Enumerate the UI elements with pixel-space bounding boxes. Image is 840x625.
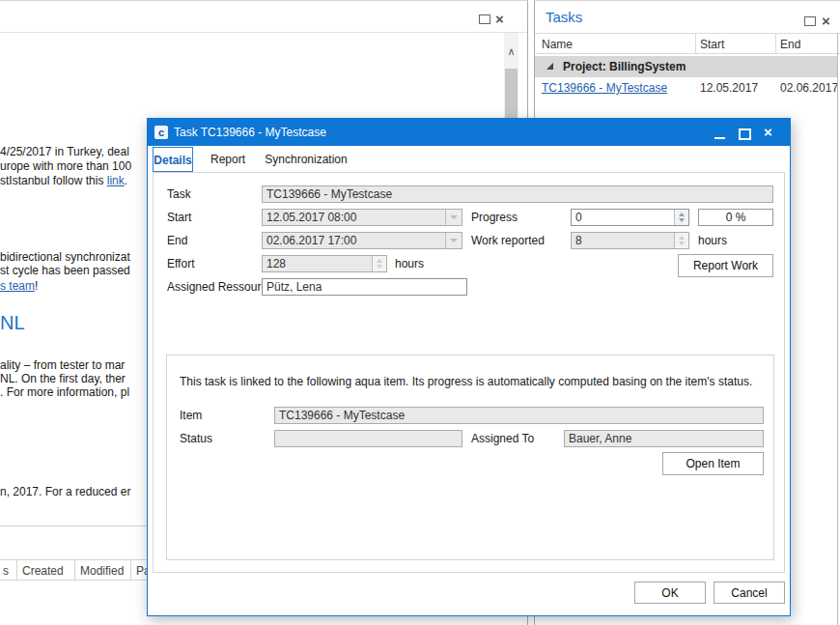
maximize-icon[interactable] [739, 128, 751, 140]
end-date-combo: 02.06.2017 17:00 [262, 232, 462, 249]
work-reported-spinner: 8 [571, 232, 689, 249]
document-text-line: n, 2017. For a reduced er [0, 485, 147, 498]
assigned-to-field: Bauer, Anne [564, 430, 764, 447]
column-header-start[interactable]: Start [700, 38, 724, 51]
tasks-maximize-icon[interactable] [804, 16, 816, 26]
column-header-created[interactable]: Created [22, 564, 64, 578]
minimize-icon[interactable] [714, 137, 725, 139]
screen: × ∧ 4/25/2017 in Turkey, deal urope with… [0, 0, 840, 625]
close-icon[interactable]: × [764, 124, 772, 140]
document-text-line: urope with more than 100 [0, 159, 147, 173]
app-icon: c [154, 126, 168, 139]
end-label: End [167, 234, 187, 247]
bg-maximize-icon[interactable] [479, 14, 490, 24]
ok-button[interactable]: OK [634, 582, 706, 604]
dialog-title: Task TC139666 - MyTestcase [174, 126, 326, 139]
group-row[interactable]: Project: BillingSystem [535, 56, 837, 77]
bg-close-icon[interactable]: × [495, 14, 504, 24]
start-date-value: 12.05.2017 08:00 [266, 211, 356, 224]
spinner-buttons [674, 233, 688, 248]
inline-link[interactable]: link [107, 174, 125, 187]
bg-window-titlebar: × [0, 1, 527, 33]
spinner-buttons[interactable] [674, 210, 688, 225]
linked-item-description: This task is linked to the following aqu… [180, 375, 752, 388]
effort-value: 128 [266, 257, 286, 270]
tasks-table-header: Name Start End [535, 33, 840, 54]
document-text-line: s team! [0, 279, 147, 293]
chevron-down-icon [445, 210, 462, 225]
end-date-value: 02.06.2017 17:00 [266, 234, 356, 247]
cancel-button[interactable]: Cancel [714, 582, 785, 604]
progress-spinner[interactable]: 0 [571, 209, 689, 226]
task-end-cell: 02.06.2017 [780, 81, 838, 95]
document-text-line: st cycle has been passed [0, 264, 147, 277]
section-heading: NL [0, 312, 147, 334]
work-reported-label: Work reported [471, 234, 545, 247]
column-separator [775, 34, 776, 53]
progress-label: Progress [471, 211, 518, 224]
assigned-ressource-label: Assigned Ressource [167, 280, 273, 294]
document-text-line: bidirectional synchronizat [0, 250, 147, 264]
effort-label: Effort [167, 257, 194, 270]
inline-link[interactable]: s team [0, 279, 35, 293]
dialog-titlebar[interactable]: c Task TC139666 - MyTestcase × [148, 119, 790, 146]
column-header-modified[interactable]: Modified [80, 564, 124, 578]
tab-synchronization[interactable]: Synchronization [260, 147, 352, 172]
report-work-button[interactable]: Report Work [678, 254, 773, 277]
task-name-link[interactable]: TC139666 - MyTestcase [542, 81, 667, 95]
work-reported-value: 8 [575, 234, 582, 247]
status-field [274, 430, 462, 447]
spinner-buttons [372, 256, 386, 271]
scroll-up-icon[interactable]: ∧ [504, 46, 518, 57]
panel-edge [837, 33, 838, 625]
progress-value: 0 [575, 211, 582, 224]
column-separator [130, 560, 131, 580]
task-dialog: c Task TC139666 - MyTestcase × Details R… [147, 118, 791, 616]
document-text-line: ality – from tester to mar [0, 358, 147, 372]
tasks-panel-title: Tasks [546, 9, 582, 25]
work-reported-unit-label: hours [698, 234, 727, 247]
column-header-end[interactable]: End [780, 38, 800, 51]
tab-report-work[interactable]: Report Work [198, 147, 258, 172]
effort-unit-label: hours [395, 257, 424, 270]
start-date-combo: 12.05.2017 08:00 [262, 209, 462, 226]
column-header[interactable]: s [3, 564, 9, 578]
task-field: TC139666 - MyTestcase [262, 185, 773, 203]
task-start-cell: 12.05.2017 [700, 81, 758, 95]
item-label: Item [180, 409, 202, 422]
assigned-to-label: Assigned To [471, 432, 534, 445]
column-header-name[interactable]: Name [542, 38, 573, 51]
start-label: Start [167, 211, 191, 224]
text-fragment: . [125, 174, 127, 187]
tab-details[interactable]: Details [153, 147, 193, 172]
chevron-down-icon [445, 233, 462, 248]
task-label: Task [167, 187, 191, 201]
progress-percent-indicator: 0 % [698, 209, 773, 226]
text-fragment: ! [35, 279, 38, 293]
column-separator [74, 560, 75, 580]
effort-spinner: 128 [262, 255, 387, 272]
group-row-label: Project: BillingSystem [563, 60, 686, 73]
column-separator [695, 34, 696, 53]
tasks-close-icon[interactable]: × [822, 16, 830, 26]
document-text-line: . For more information, pl [0, 385, 147, 399]
item-field: TC139666 - MyTestcase [274, 407, 764, 424]
document-text-line: NL. On the first day, ther [0, 372, 147, 385]
table-row: TC139666 - MyTestcase 12.05.2017 02.06.2… [535, 78, 837, 99]
open-item-button[interactable]: Open Item [662, 452, 764, 475]
group-expander-icon[interactable] [546, 63, 553, 70]
column-separator [16, 560, 17, 580]
text-fragment: stIstanbul follow this [0, 174, 107, 187]
document-text-line: stIstanbul follow this link. [0, 174, 147, 187]
status-label: Status [180, 432, 212, 445]
assigned-ressource-field[interactable]: Pütz, Lena [262, 278, 467, 296]
document-text-line: 4/25/2017 in Turkey, deal [0, 145, 147, 158]
